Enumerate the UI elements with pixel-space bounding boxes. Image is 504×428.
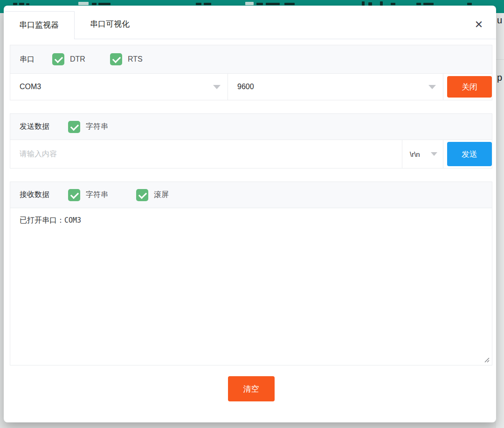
dialog-body: 串口 DTR RTS COM3 9600 bbox=[4, 39, 496, 401]
dialog-tabs: 串口监视器 串口可视化 bbox=[4, 6, 496, 39]
background-page-strip: u p bbox=[496, 13, 504, 428]
background-partial-text: p bbox=[497, 72, 502, 83]
serial-monitor-dialog: 串口监视器 串口可视化 ✕ 串口 DTR RTS COM3 bbox=[4, 6, 496, 422]
toolbar-text-fragment bbox=[368, 2, 372, 6]
send-input[interactable] bbox=[10, 150, 402, 158]
toolbar-text-fragment bbox=[380, 1, 383, 6]
send-data-section: 发送数据 字符串 \r\n 发送 bbox=[10, 113, 492, 168]
port-select[interactable]: COM3 bbox=[10, 74, 228, 100]
toolbar-text-fragment bbox=[284, 3, 295, 5]
line-ending-value: \r\n bbox=[410, 150, 420, 158]
checkbox-checked-icon bbox=[52, 53, 64, 65]
port-select-value: COM3 bbox=[20, 83, 41, 91]
toolbar-text-fragment bbox=[92, 3, 97, 5]
dtr-checkbox-label[interactable]: DTR bbox=[70, 55, 85, 63]
toolbar-text-fragment bbox=[196, 3, 201, 5]
toolbar-icon-fragment bbox=[245, 2, 254, 5]
toolbar-text-fragment bbox=[19, 3, 24, 5]
serial-port-title: 串口 bbox=[20, 55, 35, 64]
toolbar-text-fragment bbox=[256, 3, 263, 5]
send-string-checkbox-label[interactable]: 字符串 bbox=[86, 122, 108, 132]
serial-port-header: 串口 DTR RTS bbox=[10, 45, 492, 74]
checkbox-checked-icon bbox=[136, 189, 148, 201]
toolbar-text-fragment bbox=[362, 1, 365, 6]
tab-serial-visualization[interactable]: 串口可视化 bbox=[75, 11, 145, 39]
toolbar-text-fragment bbox=[391, 3, 395, 5]
baud-select-value: 9600 bbox=[237, 83, 254, 91]
scroll-checkbox[interactable]: 滚屏 bbox=[136, 189, 169, 201]
port-button-slot: 关闭 bbox=[443, 74, 492, 100]
checkbox-checked-icon bbox=[110, 53, 122, 65]
tab-serial-monitor[interactable]: 串口监视器 bbox=[4, 11, 75, 39]
clear-button[interactable]: 清空 bbox=[228, 376, 275, 401]
receive-data-section: 接收数据 字符串 滚屏 已打开串口：COM3 bbox=[10, 182, 492, 365]
receive-output-prefix: 已打开串口： bbox=[20, 216, 64, 224]
toolbar-text-fragment bbox=[98, 3, 110, 5]
toolbar-text-fragment bbox=[266, 3, 280, 5]
receive-output-value: COM3 bbox=[64, 216, 81, 225]
toolbar-text-fragment bbox=[204, 3, 211, 5]
receive-string-checkbox-label[interactable]: 字符串 bbox=[86, 190, 108, 200]
send-button-slot: 发送 bbox=[443, 140, 492, 168]
background-partial-text: u bbox=[497, 15, 502, 26]
rts-checkbox[interactable]: RTS bbox=[110, 53, 143, 65]
close-icon[interactable]: ✕ bbox=[471, 17, 487, 33]
chevron-down-icon bbox=[213, 85, 221, 89]
send-data-title: 发送数据 bbox=[20, 122, 49, 132]
send-input-cell bbox=[10, 140, 402, 168]
toolbar-icon-fragment bbox=[78, 2, 89, 5]
serial-port-controls-row: COM3 9600 关闭 bbox=[10, 74, 492, 100]
serial-port-section: 串口 DTR RTS COM3 9600 bbox=[10, 45, 492, 100]
send-button[interactable]: 发送 bbox=[447, 142, 492, 166]
send-data-header: 发送数据 字符串 bbox=[10, 114, 492, 140]
rts-checkbox-label[interactable]: RTS bbox=[128, 55, 143, 63]
send-controls-row: \r\n 发送 bbox=[10, 140, 492, 168]
toolbar-text-fragment bbox=[416, 3, 421, 5]
send-string-checkbox[interactable]: 字符串 bbox=[68, 121, 108, 133]
line-ending-select[interactable]: \r\n bbox=[402, 140, 443, 168]
checkbox-checked-icon bbox=[68, 121, 80, 133]
chevron-down-icon bbox=[431, 152, 437, 156]
receive-data-header: 接收数据 字符串 滚屏 bbox=[10, 182, 492, 208]
checkbox-checked-icon bbox=[68, 189, 80, 201]
baud-rate-select[interactable]: 9600 bbox=[228, 74, 443, 100]
background-divider bbox=[496, 59, 504, 60]
toolbar-text-fragment bbox=[13, 3, 17, 5]
chevron-down-icon bbox=[428, 85, 436, 89]
receive-data-title: 接收数据 bbox=[20, 190, 49, 200]
receive-string-checkbox[interactable]: 字符串 bbox=[68, 189, 108, 201]
toolbar-text-fragment bbox=[26, 3, 29, 5]
toolbar-text-fragment bbox=[467, 3, 472, 5]
toolbar-text-fragment bbox=[423, 3, 434, 5]
clear-button-row: 清空 bbox=[10, 376, 492, 401]
resize-handle-icon[interactable] bbox=[483, 357, 490, 363]
receive-output-area[interactable]: 已打开串口：COM3 bbox=[10, 208, 492, 365]
close-port-button[interactable]: 关闭 bbox=[447, 76, 492, 98]
scroll-checkbox-label[interactable]: 滚屏 bbox=[154, 190, 169, 200]
dtr-checkbox[interactable]: DTR bbox=[52, 53, 85, 65]
